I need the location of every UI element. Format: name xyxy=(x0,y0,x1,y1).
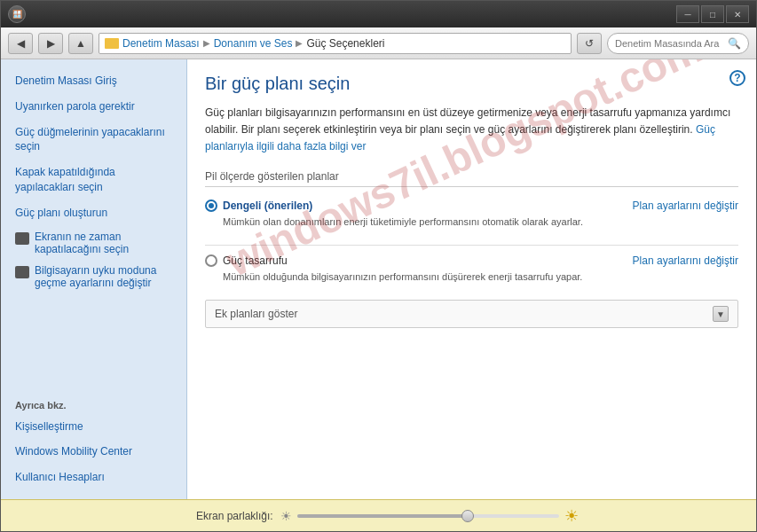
search-bar: 🔍 xyxy=(607,33,749,54)
breadcrumb-item-2: Güç Seçenekleri xyxy=(306,37,384,50)
plan-description-tasarruf: Mümkün olduğunda bilgisayarınızın perfor… xyxy=(223,270,738,284)
breadcrumb-sep-1: ▶ xyxy=(296,38,303,48)
breadcrumb-sep-0: ▶ xyxy=(203,38,210,48)
content-area: windows7il.blogspot.com ? Bir güç planı … xyxy=(187,59,756,499)
up-button[interactable]: ▲ xyxy=(68,33,93,54)
brightness-bar: Ekran parlaklığı: ☀ ☀ xyxy=(1,499,756,531)
plan-header-tasarruf: Güç tasarrufu Plan ayarlarını değiştir xyxy=(205,254,738,267)
sidebar-item-home[interactable]: Denetim Masası Giriş xyxy=(1,68,186,94)
brightness-slider-thumb[interactable] xyxy=(461,510,474,522)
plan-header-dengeli: Dengeli (önerilen) Plan ayarlarını değiş… xyxy=(205,200,738,212)
sidebar-item-screen-off[interactable]: Ekranın ne zaman kapatılacağını seçin xyxy=(1,226,186,260)
search-input[interactable] xyxy=(615,38,724,49)
sidebar-item-power-buttons[interactable]: Güç düğmelerinin yapacaklarını seçin xyxy=(1,120,186,160)
also-see-title: Ayrıca bkz. xyxy=(1,393,186,414)
plan-adjust-link-dengeli[interactable]: Plan ayarlarını değiştir xyxy=(633,200,738,212)
plan-label-tasarruf: Güç tasarrufu xyxy=(205,254,288,267)
address-bar: ◀ ▶ ▲ Denetim Masası ▶ Donanım ve Ses ▶ … xyxy=(1,27,756,59)
plan-name-dengeli: Dengeli (önerilen) xyxy=(223,200,312,212)
plan-description-dengeli: Mümkün olan donanımların enerji tüketimi… xyxy=(223,215,738,229)
sidebar-item-mobility-center[interactable]: Windows Mobility Center xyxy=(1,439,186,465)
expand-arrow-icon: ▼ xyxy=(713,306,729,322)
sidebar-item-sleep[interactable]: Bilgisayarın uyku moduna geçme ayarların… xyxy=(1,260,186,293)
forward-button[interactable]: ▶ xyxy=(38,33,63,54)
page-description: Güç planları bilgisayarınızın performans… xyxy=(205,105,738,156)
brightness-dim-icon: ☀ xyxy=(280,509,292,523)
brightness-bright-icon: ☀ xyxy=(564,506,579,526)
sidebar: Denetim Masası Giriş Uyanırken parola ge… xyxy=(1,59,187,499)
breadcrumb-item-1[interactable]: Donanım ve Ses xyxy=(214,37,293,50)
radio-inner-dengeli xyxy=(209,203,214,208)
close-button[interactable]: ✕ xyxy=(726,5,749,23)
sidebar-item-lid[interactable]: Kapak kapatıldığında yapılacakları seçin xyxy=(1,160,186,200)
folder-icon xyxy=(105,38,119,49)
sidebar-item-user-accounts[interactable]: Kullanıcı Hesapları xyxy=(1,465,186,490)
breadcrumb-item-0[interactable]: Denetim Masası xyxy=(122,37,200,50)
sidebar-item-password[interactable]: Uyanırken parola gerektir xyxy=(1,94,186,120)
search-icon[interactable]: 🔍 xyxy=(728,37,741,50)
expand-plans-label: Ek planları göster xyxy=(215,308,297,320)
sidebar-item-screen-off-label: Ekranın ne zaman kapatılacağını seçin xyxy=(35,231,172,255)
monitor-icon-1 xyxy=(15,232,29,245)
brightness-slider-container: ☀ ☀ xyxy=(280,506,579,526)
plan-label-dengeli: Dengeli (önerilen) xyxy=(205,200,312,212)
breadcrumb-bar: Denetim Masası ▶ Donanım ve Ses ▶ Güç Se… xyxy=(99,33,572,54)
title-bar-left: 🪟 xyxy=(8,5,26,23)
description-text: Güç planları bilgisayarınızın performans… xyxy=(205,106,730,136)
brightness-slider-fill xyxy=(297,514,468,518)
back-button[interactable]: ◀ xyxy=(8,33,33,54)
plan-item-tasarruf: Güç tasarrufu Plan ayarlarını değiştir M… xyxy=(205,249,738,289)
title-bar: 🪟 ─ □ ✕ xyxy=(1,1,756,27)
plans-section-header: Pil ölçerde gösterilen planlar xyxy=(205,170,738,187)
radio-tasarruf[interactable] xyxy=(205,254,217,267)
expand-plans-section[interactable]: Ek planları göster ▼ xyxy=(205,300,738,328)
sidebar-spacer xyxy=(1,293,186,393)
plan-name-tasarruf: Güç tasarrufu xyxy=(223,254,288,267)
monitor-icon-2 xyxy=(15,266,29,278)
sidebar-item-sleep-label: Bilgisayarın uyku moduna geçme ayarların… xyxy=(35,264,172,289)
window-icon-btn[interactable]: 🪟 xyxy=(8,5,26,23)
refresh-button[interactable]: ↺ xyxy=(577,33,602,54)
maximize-button[interactable]: □ xyxy=(701,5,724,23)
main-window: 🪟 ─ □ ✕ ◀ ▶ ▲ Denetim Masası ▶ Donanım v… xyxy=(0,0,757,532)
sidebar-item-personalize[interactable]: Kişiselleştirme xyxy=(1,414,186,440)
brightness-slider-track xyxy=(297,514,559,518)
help-button[interactable]: ? xyxy=(729,70,745,86)
divider-1 xyxy=(205,245,738,246)
window-controls: ─ □ ✕ xyxy=(676,5,749,23)
main-container: Denetim Masası Giriş Uyanırken parola ge… xyxy=(1,59,756,499)
brightness-label: Ekran parlaklığı: xyxy=(196,510,273,522)
sidebar-item-create-plan[interactable]: Güç planı oluşturun xyxy=(1,200,186,226)
plan-item-dengeli: Dengeli (önerilen) Plan ayarlarını değiş… xyxy=(205,194,738,234)
page-title: Bir güç planı seçin xyxy=(205,74,738,94)
radio-dengeli[interactable] xyxy=(205,200,217,212)
plan-adjust-link-tasarruf[interactable]: Plan ayarlarını değiştir xyxy=(633,254,738,267)
minimize-button[interactable]: ─ xyxy=(676,5,699,23)
